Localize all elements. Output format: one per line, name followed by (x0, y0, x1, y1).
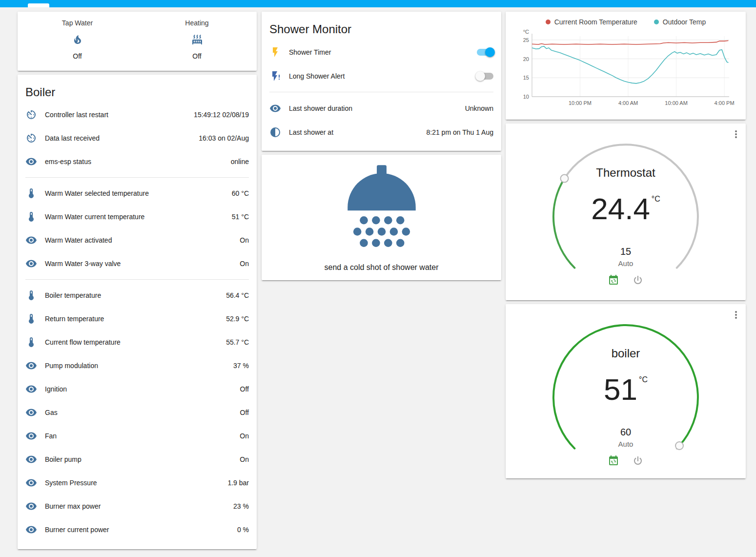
entity-row[interactable]: Controller last restart15:49:12 02/08/19 (18, 103, 257, 126)
radiator-icon (191, 34, 203, 45)
entity-row[interactable]: Warm Water 3-way valveOn (18, 252, 257, 275)
glance-item-tap-water[interactable]: Tap Water Off (18, 19, 137, 71)
svg-text:10:00 PM: 10:00 PM (569, 100, 592, 106)
glance-item-heating[interactable]: Heating Off (137, 19, 257, 71)
entity-name: Warm Water activated (45, 236, 240, 244)
thermometer-icon (25, 336, 37, 348)
entity-name: Boiler temperature (45, 291, 226, 299)
svg-text:20: 20 (523, 56, 529, 62)
eye-icon (25, 360, 37, 371)
thermostat-card: Thermostat 24.4°C 15 Auto (506, 124, 746, 300)
entity-name: Shower Timer (289, 48, 477, 56)
temperature-unit: °C (652, 195, 660, 203)
entity-row[interactable]: Boiler pumpOn (18, 448, 257, 471)
legend-label: Outdoor Temp (663, 18, 706, 26)
entity-state: 37 % (233, 362, 249, 370)
entity-row[interactable]: Return temperature52.9 °C (18, 307, 257, 330)
entity-row[interactable]: Pump modulation37 % (18, 354, 257, 377)
flash-alert-icon (269, 70, 281, 82)
svg-text:°C: °C (523, 29, 529, 35)
flash-icon (269, 46, 281, 58)
entity-name: Return temperature (45, 315, 226, 323)
divider (269, 92, 493, 92)
boiler-more-options-button[interactable] (730, 309, 742, 322)
entity-state: online (231, 158, 249, 165)
entity-row[interactable]: GasOff (18, 401, 257, 424)
shower-timer-toggle[interactable] (477, 49, 493, 56)
long-shower-alert-row[interactable]: Long Shower Alert (262, 64, 501, 88)
thermostat-more-options-button[interactable] (730, 128, 742, 142)
active-tab-indicator[interactable] (28, 3, 49, 7)
power-icon[interactable] (632, 274, 644, 286)
thermostat-current-temperature: 24.4°C (545, 191, 706, 226)
entity-row[interactable]: Burner current power0 % (18, 518, 257, 541)
entity-name: Warm Water current temperature (45, 213, 232, 221)
legend-item[interactable]: Current Room Temperature (546, 18, 637, 26)
svg-text:4:00 PM: 4:00 PM (715, 100, 735, 106)
shower-head-icon (333, 164, 430, 254)
fire-icon (72, 34, 83, 45)
entity-row[interactable]: Boiler temperature56.4 °C (18, 284, 257, 307)
entity-row[interactable]: Data last received16:03 on 02/Aug (18, 126, 257, 150)
boiler-title: boiler (545, 347, 706, 360)
calendar-sync-icon[interactable] (608, 455, 619, 467)
power-icon[interactable] (632, 455, 644, 467)
entity-name: Pump modulation (45, 362, 233, 370)
thermostat-dial[interactable]: Thermostat 24.4°C 15 Auto (545, 131, 706, 292)
temperature-history-chart: 10:00 PM4:00 AM10:00 AM4:00 PM25201510°C (513, 28, 738, 111)
toggle-knob (485, 47, 495, 57)
entity-name: Long Shower Alert (289, 72, 477, 80)
entity-row[interactable]: Warm Water activatedOn (18, 228, 257, 252)
svg-text:10: 10 (523, 94, 529, 100)
shower-action-card[interactable]: send a cold shot of shower water (262, 155, 501, 280)
entity-row[interactable]: Last shower durationUnknown (262, 96, 501, 120)
boiler-gauge-card: boiler 51°C 60 Auto (506, 304, 746, 478)
entity-row[interactable]: Burner max power23 % (18, 495, 257, 518)
temperature-value: 51 (604, 372, 637, 406)
toggle-knob (475, 71, 485, 81)
calendar-sync-icon[interactable] (608, 274, 619, 286)
entity-state: 60 °C (232, 189, 249, 197)
legend-dot (546, 20, 551, 24)
legend-item[interactable]: Outdoor Temp (654, 18, 706, 26)
dots-vertical-icon (730, 128, 742, 140)
eye-icon (25, 407, 37, 418)
entity-row[interactable]: System Pressure1.9 bar (18, 471, 257, 495)
svg-text:10:00 AM: 10:00 AM (665, 100, 687, 106)
entity-state: On (240, 432, 249, 440)
entity-name: ems-esp status (45, 158, 231, 165)
entity-row[interactable]: Warm Water selected temperature60 °C (18, 182, 257, 205)
entity-row[interactable]: Current flow temperature55.7 °C (18, 330, 257, 354)
thermostat-title: Thermostat (545, 166, 706, 180)
eye-icon (25, 234, 37, 246)
entity-name: Ignition (45, 385, 240, 393)
entity-row[interactable]: Last shower at8:21 pm on Thu 1 Aug (262, 120, 501, 144)
temperature-history-card: Current Room TemperatureOutdoor Temp 10:… (506, 12, 746, 120)
glance-state: Off (73, 52, 82, 60)
entity-state: 51 °C (232, 213, 249, 221)
chart-legend: Current Room TemperatureOutdoor Temp (513, 17, 738, 27)
entity-name: Burner max power (45, 502, 233, 510)
temperature-value: 24.4 (591, 192, 650, 226)
timer-icon (25, 109, 37, 121)
entity-state: Off (240, 409, 249, 416)
middle-column: Shower Monitor Shower TimerLong Shower A… (262, 12, 501, 280)
boiler-mode: Auto (545, 440, 706, 448)
entity-name: Data last received (45, 134, 199, 142)
entity-row[interactable]: IgnitionOff (18, 377, 257, 401)
entity-state: 23 % (233, 502, 249, 510)
long-shower-alert-toggle[interactable] (477, 73, 493, 80)
eye-icon (25, 430, 37, 442)
thermostat-mode: Auto (545, 259, 706, 268)
entity-state: On (240, 455, 249, 463)
eye-icon (25, 156, 37, 167)
entity-name: Burner current power (45, 526, 237, 534)
entity-state: 1.9 bar (227, 479, 249, 487)
boiler-dial[interactable]: boiler 51°C 60 Auto (545, 311, 706, 473)
entity-name: System Pressure (45, 479, 227, 487)
entity-row[interactable]: ems-esp statusonline (18, 150, 257, 173)
entity-row[interactable]: Warm Water current temperature51 °C (18, 205, 257, 228)
entity-row[interactable]: FanOn (18, 424, 257, 448)
glance-label: Tap Water (62, 19, 93, 27)
shower-timer-row[interactable]: Shower Timer (262, 40, 501, 64)
